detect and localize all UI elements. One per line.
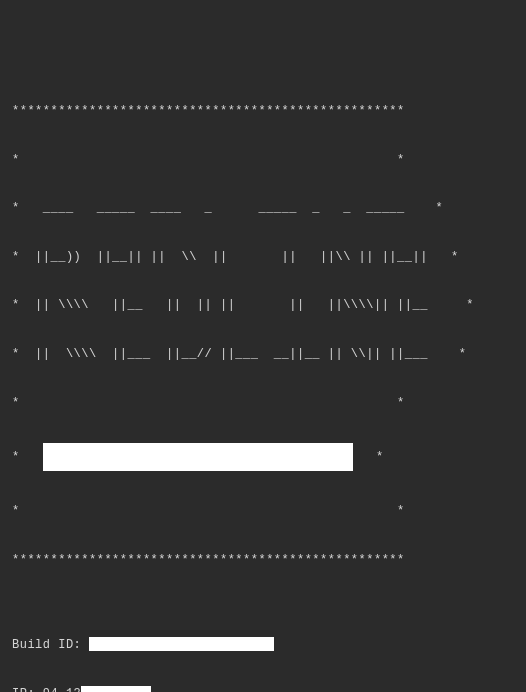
ascii-art-row: * || \\\\ ||___ ||__// ||___ __||__ || \… — [12, 346, 518, 362]
redaction-block — [81, 686, 151, 692]
ascii-art-row: * || \\\\ ||__ || || || || ||\\\\|| ||__… — [12, 297, 518, 313]
banner-border-top: ****************************************… — [12, 103, 518, 119]
ip-row: IP: 94.13 — [12, 686, 518, 693]
banner-border-bottom: ****************************************… — [12, 552, 518, 568]
build-id-row: Build ID: — [12, 637, 518, 653]
banner-blank-row: * * — [12, 152, 518, 168]
ascii-art-row: * ____ _____ ____ _ _____ _ _ _____ * — [12, 200, 518, 216]
banner-blank-row: * * — [12, 503, 518, 519]
redaction-block — [89, 637, 274, 651]
banner-blank-row: * * — [12, 395, 518, 411]
redaction-block — [43, 443, 353, 471]
system-info-panel: ****************************************… — [0, 65, 526, 692]
ascii-art-row: * ||__)) ||__|| || \\ || || ||\\ || ||__… — [12, 249, 518, 265]
banner-redacted-row: * * — [12, 443, 518, 471]
